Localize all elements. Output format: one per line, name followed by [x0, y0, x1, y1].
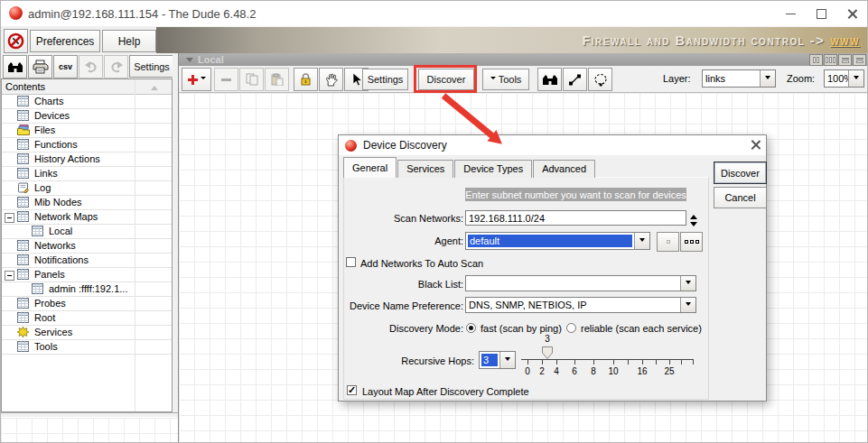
copy-button[interactable] — [239, 68, 264, 91]
agent-select[interactable]: default — [465, 232, 650, 250]
scan-networks-stepper[interactable] — [690, 211, 697, 230]
close-button[interactable] — [836, 1, 867, 26]
banner-www-link[interactable]: www — [830, 33, 860, 48]
sidebar-settings-button[interactable]: Settings — [129, 55, 174, 78]
tree-item-log[interactable]: Log — [2, 181, 172, 196]
help-button[interactable]: Help — [102, 30, 156, 52]
undo-icon — [84, 60, 98, 73]
tree-item-networks[interactable]: Networks — [2, 239, 172, 254]
cursor-icon — [351, 72, 362, 87]
table-icon — [17, 312, 29, 325]
tree-item-notifications[interactable]: Notifications — [2, 254, 172, 268]
name-preference-dropdown-icon[interactable] — [680, 298, 695, 312]
dialog-title-bar[interactable]: Device Discovery — [339, 135, 766, 155]
preferences-button[interactable]: Preferences — [30, 30, 100, 52]
discovery-mode-reliable-radio[interactable] — [566, 323, 576, 333]
tree-item-mib-nodes[interactable]: Mib Nodes — [2, 196, 172, 210]
paste-button[interactable] — [265, 68, 289, 91]
recursive-hops-value: 3 — [481, 354, 498, 366]
tree-item-devices[interactable]: Devices — [2, 109, 172, 124]
layer-dropdown-icon[interactable] — [760, 70, 775, 87]
tree-item-admin-ffff-192-1-[interactable]: admin :ffff:192.1... — [2, 282, 172, 297]
tree-item-history-actions[interactable]: History Actions — [2, 152, 172, 167]
minimize-button[interactable] — [775, 1, 806, 26]
discovery-mode-fast-radio[interactable] — [466, 323, 476, 333]
lock-button[interactable] — [294, 68, 318, 91]
maximize-button[interactable] — [806, 1, 836, 26]
tree-item-root[interactable]: Root — [2, 311, 172, 326]
scan-networks-input[interactable]: 192.168.111.0/24 — [465, 210, 686, 226]
layout-map-checkbox[interactable]: ✓ — [347, 385, 357, 395]
tab-advanced[interactable]: Advanced — [533, 160, 595, 178]
tab-device-types[interactable]: Device Types — [454, 160, 532, 178]
map-pane-border — [178, 53, 179, 443]
map-settings-button[interactable]: Settings — [362, 69, 408, 90]
app-logo-icon — [9, 6, 23, 20]
tree-item-links[interactable]: Links — [2, 167, 172, 181]
name-preference-select[interactable]: DNS, SNMP, NETBIOS, IP — [465, 297, 696, 313]
tree-item-services[interactable]: Services — [2, 326, 172, 340]
dialog-title: Device Discovery — [363, 139, 447, 152]
agent-clear-button[interactable] — [657, 232, 679, 252]
slider-track — [521, 359, 693, 360]
black-list-label: Black List: — [348, 279, 463, 290]
black-list-select[interactable] — [465, 275, 696, 291]
tree-item-tools[interactable]: Tools — [2, 340, 172, 355]
stepper-down-icon[interactable] — [690, 222, 697, 230]
sidebar-toolbar: csv Settings — [1, 53, 173, 78]
discovery-mode-fast-label: fast (scan by ping) — [481, 323, 562, 334]
tab-services[interactable]: Services — [397, 160, 453, 178]
slider-tick-label: 6 — [567, 366, 582, 376]
layer-select[interactable]: links — [702, 69, 776, 88]
recursive-hops-dropdown-icon[interactable] — [499, 352, 515, 368]
contents-column-header[interactable]: Contents — [2, 79, 172, 95]
add-object-button[interactable] — [182, 68, 211, 91]
layout-grid-button[interactable] — [853, 54, 866, 66]
slider-thumb[interactable] — [542, 346, 554, 360]
remove-object-button[interactable] — [214, 68, 238, 91]
recursive-hops-select[interactable]: 3 — [479, 351, 516, 369]
tree-item-network-maps[interactable]: Network Maps — [2, 210, 172, 225]
redo-button[interactable] — [104, 55, 128, 78]
lasso-tool-button[interactable] — [588, 68, 612, 91]
disconnect-button[interactable] — [4, 29, 28, 53]
tree-item-charts[interactable]: Charts — [2, 95, 172, 109]
layout-vertical-3-button[interactable] — [824, 54, 837, 66]
tree-item-probes[interactable]: Probes — [2, 297, 172, 311]
undo-button[interactable] — [79, 55, 103, 78]
contents-header-label: Contents — [5, 81, 45, 92]
tree-item-local[interactable]: Local — [2, 225, 172, 239]
agent-browse-button[interactable] — [680, 232, 703, 252]
tree-item-label: Root — [34, 312, 55, 323]
link-tool-button[interactable] — [563, 68, 587, 91]
find-button[interactable] — [3, 55, 27, 78]
map-tools-button[interactable]: Tools — [482, 69, 529, 90]
pan-tool-button[interactable] — [319, 68, 343, 91]
banner-text: Firewall and Bandwidth control -> — [582, 33, 825, 48]
tree-collapse-icon[interactable] — [5, 213, 14, 223]
export-csv-button[interactable]: csv — [53, 55, 78, 78]
zoom-select[interactable]: 100% — [824, 69, 864, 88]
layout-vertical-split-button[interactable] — [809, 54, 823, 66]
dialog-close-button[interactable] — [751, 140, 761, 150]
black-list-dropdown-icon[interactable] — [680, 276, 695, 291]
tree-item-functions[interactable]: Functions — [2, 138, 172, 152]
tab-general[interactable]: General — [343, 157, 397, 178]
dialog-discover-button[interactable]: Discover — [714, 162, 767, 184]
recursive-hops-slider[interactable]: 3 02468101625 — [519, 334, 696, 383]
tree-collapse-icon[interactable] — [5, 271, 14, 281]
map-pane-header[interactable]: Local — [179, 53, 868, 66]
map-find-button[interactable] — [537, 68, 562, 91]
zoom-dropdown-icon[interactable] — [848, 70, 863, 87]
dialog-cancel-button[interactable]: Cancel — [714, 187, 767, 208]
table-icon — [17, 240, 29, 253]
tree-item-files[interactable]: Files — [2, 124, 172, 138]
table-icon — [17, 168, 29, 180]
tree-item-panels[interactable]: Panels — [2, 268, 172, 282]
auto-scan-checkbox[interactable] — [346, 257, 356, 267]
agent-dropdown-icon[interactable] — [634, 233, 649, 249]
layout-horizontal-split-button[interactable] — [838, 54, 852, 66]
print-button[interactable] — [28, 55, 52, 78]
lock-icon — [300, 73, 312, 86]
stepper-up-icon[interactable] — [690, 211, 697, 219]
